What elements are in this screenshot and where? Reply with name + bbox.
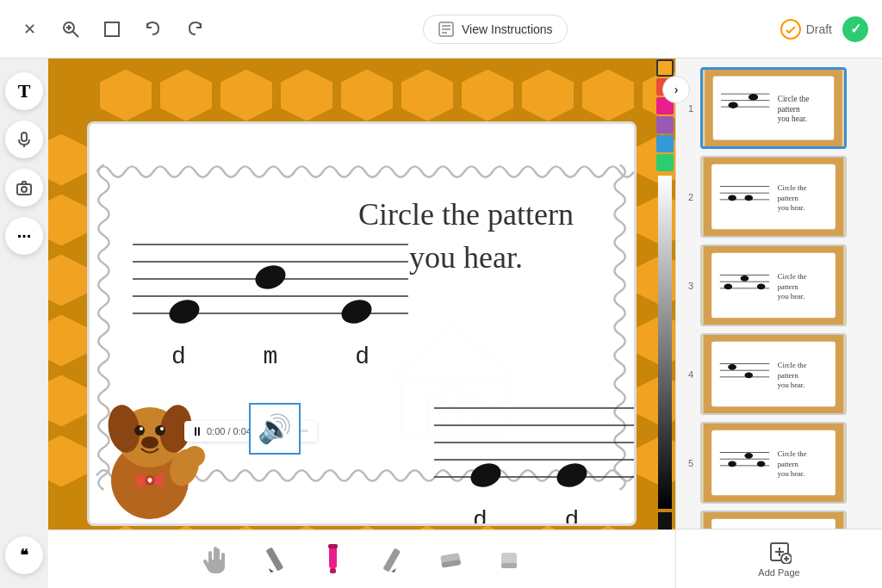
color-black[interactable] xyxy=(658,512,672,529)
slides-list: 1 Circle the pattern you hear. 2 xyxy=(676,59,882,529)
mic-tool-button[interactable] xyxy=(5,121,43,158)
svg-point-12 xyxy=(22,187,27,192)
solfege-d4: d xyxy=(565,507,580,526)
pause-button[interactable]: ⏸ xyxy=(191,424,203,438)
text-tool-button[interactable]: T xyxy=(5,72,43,110)
slide-thumb-3[interactable]: 3 Circle the pattern you hear. xyxy=(683,243,875,328)
eraser2-tool[interactable] xyxy=(488,539,529,580)
slide-outer: Circle the pattern you hear. xyxy=(48,83,675,565)
svg-text:Circle the: Circle the xyxy=(778,361,807,369)
view-instructions-button[interactable]: View Instructions xyxy=(423,15,568,44)
svg-text:Circle the: Circle the xyxy=(778,95,810,103)
hand-tool[interactable] xyxy=(195,539,236,580)
svg-text:you hear.: you hear. xyxy=(778,469,805,478)
color-purple[interactable] xyxy=(656,116,674,133)
hex-decor xyxy=(401,70,453,121)
svg-text:pattern: pattern xyxy=(778,194,799,202)
undo-button[interactable] xyxy=(138,14,169,45)
speaker-button[interactable]: 🔊 xyxy=(249,403,301,455)
right-panel: › 1 Circle the pattern you hear. xyxy=(675,59,882,588)
svg-rect-51 xyxy=(330,568,336,573)
hex-decor xyxy=(160,70,212,121)
svg-text:you hear.: you hear. xyxy=(778,292,805,300)
svg-text:Circle the: Circle the xyxy=(778,449,807,458)
draft-badge: Draft xyxy=(780,19,832,40)
expand-panel-button[interactable]: › xyxy=(662,76,690,103)
svg-rect-112 xyxy=(711,519,835,529)
svg-point-38 xyxy=(134,425,145,436)
publish-button[interactable]: ✓ xyxy=(842,16,868,42)
svg-point-39 xyxy=(155,425,165,436)
svg-rect-4 xyxy=(105,22,119,36)
add-page-button[interactable]: Add Page xyxy=(676,529,882,588)
slide-thumb-6[interactable]: 6 Circle the pattern you hear. xyxy=(683,509,875,529)
color-green[interactable] xyxy=(656,154,674,171)
toolbar-left: ✕ xyxy=(14,14,210,45)
quote-button[interactable]: ❝ xyxy=(5,536,43,574)
slide-thumbnail-1[interactable]: Circle the pattern you hear. xyxy=(700,67,847,149)
hex-decor xyxy=(582,70,634,121)
svg-rect-48 xyxy=(265,547,283,571)
top-toolbar: ✕ xyxy=(0,0,882,59)
svg-text:you hear.: you hear. xyxy=(778,203,805,212)
add-page-label: Add Page xyxy=(758,567,799,578)
slide-number-2: 2 xyxy=(685,192,697,202)
slide-thumb-4[interactable]: 4 Circle the pattern you hear. xyxy=(683,331,875,417)
fullscreen-button[interactable] xyxy=(96,14,127,45)
svg-rect-91 xyxy=(711,342,835,407)
more-options-button[interactable]: ··· xyxy=(5,217,43,255)
svg-rect-9 xyxy=(22,133,27,141)
svg-text:Circle the: Circle the xyxy=(778,272,807,281)
canvas-area: Circle the pattern you hear. xyxy=(48,59,675,588)
svg-marker-54 xyxy=(391,568,396,573)
svg-point-18 xyxy=(166,295,203,327)
marker-tool[interactable] xyxy=(312,539,353,580)
zoom-in-button[interactable] xyxy=(55,14,86,45)
slide-thumb-2[interactable]: 2 Circle the pattern you hear. xyxy=(683,154,875,239)
svg-point-105 xyxy=(728,461,736,467)
svg-text:pattern: pattern xyxy=(778,460,799,468)
solfege-bottom: d d d xyxy=(434,507,637,526)
color-gradient-slider[interactable] xyxy=(658,176,672,509)
svg-rect-58 xyxy=(501,563,517,568)
svg-rect-50 xyxy=(329,546,337,568)
slide-thumbnail-4[interactable]: Circle the pattern you hear. xyxy=(700,333,847,415)
hex-decor xyxy=(48,315,87,367)
svg-text:pattern: pattern xyxy=(778,105,800,114)
slide-thumbnail-3[interactable]: Circle the pattern you hear. xyxy=(700,244,847,326)
pencil-tool[interactable] xyxy=(253,539,295,580)
svg-rect-53 xyxy=(382,548,401,572)
svg-point-86 xyxy=(757,284,766,290)
slide-thumb-1[interactable]: 1 Circle the pattern you hear. xyxy=(683,65,875,151)
svg-point-64 xyxy=(729,102,738,108)
color-blue[interactable] xyxy=(656,135,674,152)
hex-decor xyxy=(220,70,272,121)
svg-point-106 xyxy=(744,453,753,459)
svg-point-27 xyxy=(554,459,591,491)
top-staff xyxy=(133,219,408,331)
solfege-m: m xyxy=(264,344,278,370)
hex-decor xyxy=(48,134,87,186)
draft-icon xyxy=(780,19,801,40)
svg-point-95 xyxy=(728,364,736,370)
slide-thumbnail-2[interactable]: Circle the pattern you hear. xyxy=(700,156,847,238)
slide-thumbnail-5[interactable]: Circle the pattern you hear. xyxy=(700,422,847,504)
close-button[interactable]: ✕ xyxy=(14,14,45,45)
slide-thumb-5[interactable]: 5 Circle the pattern you hear. xyxy=(683,420,875,505)
bottom-toolbar xyxy=(48,529,675,588)
pencil2-tool[interactable] xyxy=(370,539,412,580)
redo-button[interactable] xyxy=(179,14,210,45)
slide-number-4: 4 xyxy=(685,369,697,380)
svg-point-84 xyxy=(724,284,733,290)
camera-tool-button[interactable] xyxy=(5,169,43,207)
color-orange[interactable] xyxy=(656,59,674,77)
left-sidebar: T ··· ❝ xyxy=(0,59,48,588)
svg-point-96 xyxy=(744,373,753,379)
svg-rect-52 xyxy=(328,544,338,548)
slide-thumbnail-6[interactable]: Circle the pattern you hear. xyxy=(700,511,847,529)
audio-time: 0:00 / 0:04 xyxy=(207,426,252,436)
svg-text:pattern: pattern xyxy=(778,371,799,380)
svg-rect-29 xyxy=(401,377,505,437)
eraser-tool[interactable] xyxy=(429,539,470,580)
toolbar-right: Draft ✓ xyxy=(780,16,868,42)
